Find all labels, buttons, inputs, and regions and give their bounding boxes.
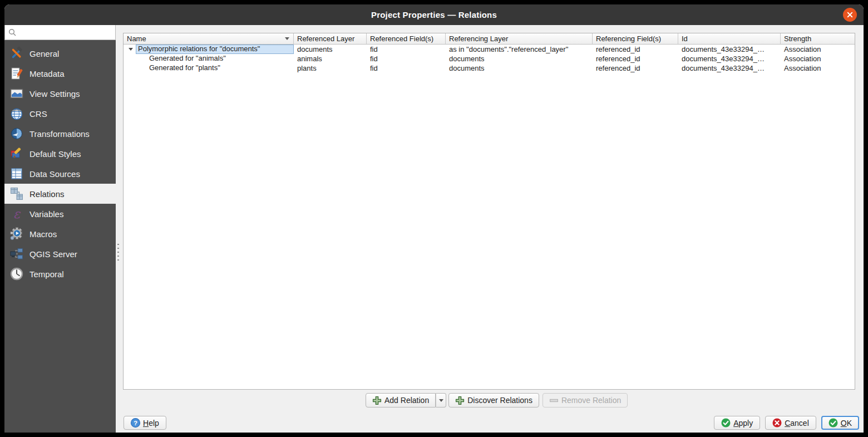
sidebar-item-label: General	[29, 49, 59, 58]
sidebar-item-metadata[interactable]: Metadata	[4, 63, 116, 84]
tree-expand-icon[interactable]	[129, 48, 133, 51]
referenced-fields-cell[interactable]: fid	[367, 64, 446, 72]
referenced-layer-cell[interactable]: documents	[294, 45, 367, 53]
apply-button[interactable]: Apply	[714, 416, 760, 430]
sidebar-item-macros[interactable]: Macros	[4, 224, 116, 244]
referenced-layer-cell[interactable]: animals	[294, 55, 367, 63]
relation-name-cell[interactable]: Polymorphic relations for "documents"	[136, 45, 294, 54]
column-header-name[interactable]: Name	[124, 33, 294, 44]
column-header-referencing-layer[interactable]: Referencing Layer	[446, 33, 593, 44]
referenced-fields-cell[interactable]: fid	[367, 45, 446, 53]
svg-text:ε: ε	[13, 207, 21, 221]
referencing-layer-cell[interactable]: as in "documents"."referenced_layer"	[446, 45, 593, 53]
sidebar-splitter-handle[interactable]	[117, 244, 119, 263]
referencing-layer-cell[interactable]: documents	[446, 64, 593, 72]
table-row-generated-animals[interactable]: Generated for "animals" animals fid docu…	[124, 54, 855, 63]
relations-icon	[9, 186, 24, 201]
referencing-fields-cell[interactable]: referenced_id	[593, 55, 678, 63]
column-header-id[interactable]: Id	[678, 33, 781, 44]
referencing-layer-cell[interactable]: documents	[446, 55, 593, 63]
settings-sidebar: General Metadata	[4, 25, 116, 433]
sidebar-item-label: Macros	[29, 229, 57, 239]
temporal-clock-icon	[9, 267, 24, 281]
sidebar-item-default-styles[interactable]: Default Styles	[4, 144, 116, 164]
relation-name-cell[interactable]: Generated for "animals"	[124, 54, 294, 63]
ok-check-icon	[828, 418, 838, 428]
referenced-fields-cell[interactable]: fid	[367, 55, 446, 63]
sidebar-item-temporal[interactable]: Temporal	[4, 264, 116, 284]
cancel-button[interactable]: Cancel	[765, 416, 816, 430]
table-row-polymorphic-documents[interactable]: Polymorphic relations for "documents" do…	[124, 45, 855, 54]
sidebar-item-crs[interactable]: CRS	[4, 104, 116, 124]
sort-descending-icon	[285, 37, 289, 40]
ok-label: OK	[841, 419, 852, 428]
sidebar-item-qgis-server[interactable]: QGIS Server	[4, 244, 116, 264]
remove-minus-icon	[549, 396, 559, 405]
general-tools-icon	[9, 46, 24, 61]
sidebar-item-data-sources[interactable]: Data Sources	[4, 164, 116, 184]
close-button[interactable]	[843, 8, 857, 22]
search-icon	[8, 28, 17, 37]
discover-relations-button[interactable]: Discover Relations	[448, 393, 539, 407]
column-header-label: Referenced Layer	[297, 35, 354, 43]
column-header-label: Referencing Field(s)	[596, 35, 661, 43]
apply-check-icon	[721, 418, 731, 428]
help-icon: ?	[131, 418, 140, 428]
strength-cell[interactable]: Association	[781, 64, 855, 72]
relation-name-cell[interactable]: Generated for "plants"	[124, 63, 294, 73]
sidebar-item-label: Transformations	[29, 129, 90, 139]
sidebar-item-relations[interactable]: Relations	[4, 184, 116, 204]
id-cell[interactable]: documents_43e33294_…	[678, 55, 781, 63]
strength-cell[interactable]: Association	[781, 45, 855, 53]
default-styles-brush-icon	[9, 146, 24, 161]
sidebar-item-label: View Settings	[29, 89, 80, 99]
crs-globe-icon	[9, 106, 24, 121]
sidebar-item-label: Variables	[29, 209, 63, 219]
ok-button[interactable]: OK	[821, 416, 859, 430]
id-cell[interactable]: documents_43e33294_…	[678, 45, 781, 53]
discover-plus-icon	[455, 396, 465, 405]
column-header-label: Referenced Field(s)	[370, 35, 433, 43]
relation-actions: Add Relation Discover Relations	[366, 393, 628, 407]
cancel-x-icon	[772, 418, 782, 428]
column-header-label: Id	[682, 35, 688, 43]
discover-relations-label: Discover Relations	[467, 396, 532, 405]
table-row-generated-plants[interactable]: Generated for "plants" plants fid docume…	[124, 63, 855, 73]
dialog-title: Project Properties — Relations	[371, 10, 497, 19]
variables-epsilon-icon: ε	[9, 207, 24, 221]
sidebar-item-transformations[interactable]: Transformations	[4, 124, 116, 144]
add-relation-button[interactable]: Add Relation	[366, 393, 436, 407]
sidebar-item-label: QGIS Server	[29, 249, 77, 259]
svg-text:?: ?	[134, 419, 137, 426]
referencing-fields-cell[interactable]: referenced_id	[593, 64, 678, 72]
macros-gear-icon	[9, 227, 24, 241]
transformations-globe-icon	[9, 126, 24, 141]
column-header-label: Name	[127, 35, 146, 43]
help-label: Help	[143, 419, 159, 428]
referenced-layer-cell[interactable]: plants	[294, 64, 367, 72]
sidebar-search-input[interactable]	[19, 25, 120, 40]
id-cell[interactable]: documents_43e33294_…	[678, 64, 781, 72]
qgis-server-icon	[9, 247, 24, 261]
relations-panel: Name Referenced Layer Referenced Field(s…	[116, 25, 864, 433]
referencing-fields-cell[interactable]: referenced_id	[593, 45, 678, 53]
column-header-referenced-layer[interactable]: Referenced Layer	[294, 33, 367, 44]
chevron-down-icon	[439, 399, 443, 402]
view-settings-icon	[9, 86, 24, 101]
help-button[interactable]: ? Help	[124, 416, 166, 430]
remove-relation-button[interactable]: Remove Relation	[542, 393, 628, 407]
sidebar-item-view-settings[interactable]: View Settings	[4, 84, 116, 104]
sidebar-item-label: Temporal	[29, 269, 64, 279]
column-header-strength[interactable]: Strength	[781, 33, 855, 44]
add-relation-dropdown-button[interactable]	[436, 393, 446, 407]
sidebar-item-variables[interactable]: ε Variables	[4, 204, 116, 224]
apply-label: Apply	[733, 419, 753, 428]
metadata-icon	[9, 66, 24, 81]
sidebar-item-label: Data Sources	[29, 169, 80, 179]
data-sources-table-icon	[9, 166, 24, 181]
column-header-referencing-fields[interactable]: Referencing Field(s)	[593, 33, 678, 44]
sidebar-item-general[interactable]: General	[4, 43, 116, 63]
column-header-referenced-fields[interactable]: Referenced Field(s)	[367, 33, 446, 44]
close-icon	[845, 10, 855, 19]
strength-cell[interactable]: Association	[781, 55, 855, 63]
